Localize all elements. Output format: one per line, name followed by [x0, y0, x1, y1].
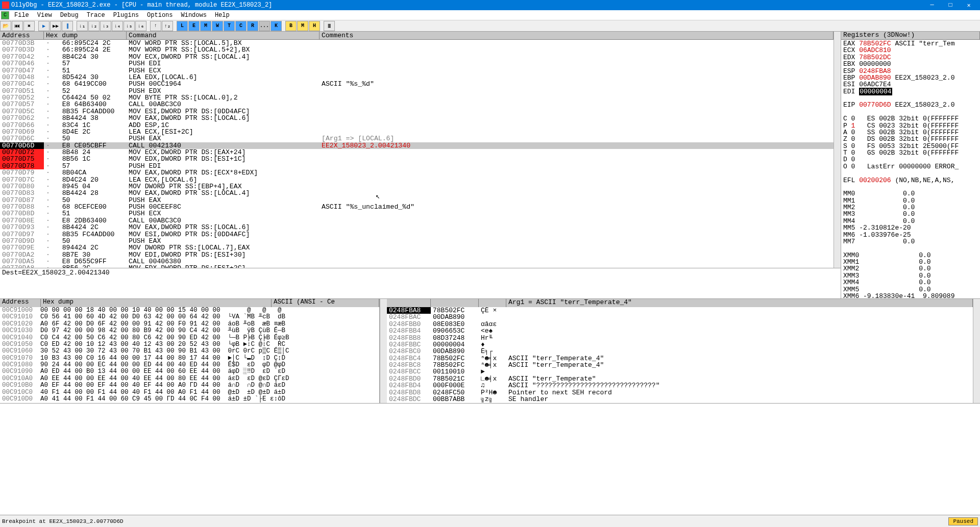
stack-address[interactable]: 0248FBBC — [387, 341, 431, 348]
register-line[interactable]: XMM1 0.0 — [843, 259, 978, 265]
tool-letter-M[interactable]: M — [297, 21, 308, 31]
tool-letter-E[interactable]: E — [188, 21, 200, 31]
register-line[interactable]: EAX 78B502FC ASCII "terr_Tem — [843, 40, 978, 47]
disasm-comment[interactable] — [320, 149, 834, 156]
disasm-address[interactable]: 00770D48 — [0, 74, 44, 81]
menu-view[interactable]: View — [33, 11, 56, 20]
header-address[interactable]: Address — [0, 32, 44, 40]
dump-row[interactable]: 00C910D0 A0 41 44 00 F1 44 00 60 C9 45 0… — [2, 396, 377, 403]
disasm-address[interactable]: 00770D80 — [0, 183, 44, 190]
disasm-comment[interactable] — [320, 252, 834, 258]
disasm-comment[interactable] — [320, 115, 834, 121]
register-line[interactable]: S 0 FS 0053 32bit 2E5000(FF — [843, 143, 978, 149]
disasm-address[interactable]: 00770D6C — [0, 135, 44, 142]
register-line[interactable]: MM3 0.0 — [843, 211, 978, 217]
menu-file[interactable]: File — [10, 11, 33, 20]
dump-row[interactable]: 00C91060 30 52 43 00 30 72 43 00 70 B1 4… — [2, 348, 377, 355]
stack-comment[interactable] — [506, 368, 973, 375]
disasm-command[interactable]: PUSH ECX — [127, 67, 320, 74]
stack-address[interactable]: 0248FBCC — [387, 368, 431, 375]
disasm-command[interactable]: MOV DWORD PTR SS:[EBP+4],EAX — [127, 183, 320, 190]
disasm-hex[interactable]: · E8 CE05CBFF — [44, 142, 127, 149]
disasm-hex[interactable]: · 51 — [44, 210, 127, 217]
disasm-address[interactable]: 00770D8E — [0, 217, 44, 224]
disasm-comment[interactable] — [320, 40, 834, 46]
stack-address[interactable]: 0248FBD8 — [387, 389, 431, 396]
tool-letter-T[interactable]: T — [224, 21, 235, 31]
tool-letter-R[interactable]: R — [247, 21, 258, 31]
disasm-address[interactable]: 00770D51 — [0, 88, 44, 94]
tool-pause-icon[interactable]: ∥ — [62, 21, 73, 31]
header-hex[interactable]: Hex dump — [44, 32, 127, 40]
tool-letter-dotdotdot[interactable]: ... — [259, 21, 270, 31]
disasm-hex[interactable]: · E8 D655C9FF — [44, 258, 127, 265]
stack-value[interactable]: 00BB7ABB — [431, 396, 479, 403]
register-line[interactable]: XMM2 0.0 — [843, 265, 978, 272]
disasm-comment[interactable] — [320, 94, 834, 101]
stack-ascii[interactable]: P²H☻ — [479, 389, 506, 396]
disasm-hex[interactable]: · 83C4 1C — [44, 122, 127, 129]
register-line[interactable]: ESP 0248FBA8 — [843, 68, 978, 74]
disasm-hex[interactable]: · 8B35 FC4ADD00 — [44, 231, 127, 238]
dump-header-hex[interactable]: Hex dump — [41, 299, 272, 307]
disasm-command[interactable]: MOV ECX,DWORD PTR SS:[LOCAL.4] — [127, 54, 320, 60]
disasm-command[interactable]: PUSH EAX — [127, 135, 320, 142]
dump-row[interactable]: 00C91070 10 B3 43 00 C0 16 44 00 00 17 4… — [2, 355, 377, 362]
stack-ascii[interactable] — [479, 314, 506, 320]
disasm-hex[interactable]: · 8D4E 2C — [44, 129, 127, 135]
stack-comment[interactable]: ASCII "terr_Temperate" — [506, 375, 973, 382]
disasm-hex[interactable]: · 8B56 1C — [44, 156, 127, 162]
register-line[interactable]: EBP 00DAB890 EE2X_158023_2.0 — [843, 74, 978, 81]
disasm-command[interactable]: MOV ESI,DWORD PTR DS:[0DD4AFC] — [127, 231, 320, 238]
stack-comment[interactable] — [506, 321, 973, 328]
register-line[interactable]: P 1 CS 0023 32bit 0(FFFFFFF — [843, 122, 978, 129]
stack-value[interactable]: 00DAB890 — [431, 314, 479, 320]
stack-comment[interactable]: ASCII "terr_Temperate_4" — [506, 362, 973, 368]
disasm-address[interactable]: 00770D46 — [0, 60, 44, 67]
register-line[interactable]: MM7 0.0 — [843, 238, 978, 245]
disasm-command[interactable]: CALL 00421340 — [127, 142, 320, 149]
tool-close-icon[interactable]: ✖ — [23, 21, 35, 31]
stack-ascii[interactable]: ♫ — [479, 382, 506, 389]
disasm-hex[interactable]: · 894424 2C — [44, 244, 127, 251]
disasm-command[interactable]: PUSH EDI — [127, 163, 320, 169]
disasm-comment[interactable]: ASCII "%s_unclaimed_%d" — [320, 204, 834, 210]
disasm-address[interactable]: 00770D9D — [0, 238, 44, 244]
stack-ascii[interactable]: αâαε — [479, 321, 506, 328]
tool-u1-icon[interactable]: ↑ — [150, 21, 161, 31]
disasm-command[interactable]: CALL 00ABC3C0 — [127, 101, 320, 108]
header-command[interactable]: Command — [127, 32, 320, 40]
disasm-command[interactable]: PUSH EAX — [127, 238, 320, 244]
disasm-comment[interactable] — [320, 156, 834, 162]
stack-ascii[interactable]: <e♠ — [479, 328, 506, 334]
disasm-address[interactable]: 00770DA5 — [0, 258, 44, 265]
stack-address[interactable]: 0248FBAC — [387, 314, 431, 320]
tool-opts-icon[interactable]: ≣ — [324, 21, 335, 31]
register-line[interactable]: EBX 00000000 — [843, 61, 978, 67]
stack-header-comment[interactable]: Arg1 = ASCII "terr_Temperate_4" — [506, 299, 973, 307]
disasm-address[interactable]: 00770D6D — [0, 142, 44, 149]
stack-comment[interactable] — [506, 307, 973, 314]
register-line[interactable]: XMM3 0.0 — [843, 272, 978, 279]
menu-help[interactable]: Help — [211, 11, 234, 20]
disasm-comment[interactable]: [Arg1 => [LOCAL.6] — [320, 135, 834, 142]
tool-rewind-icon[interactable]: ⏮ — [12, 21, 23, 31]
disasm-address[interactable]: 00770D93 — [0, 224, 44, 231]
disasm-comment[interactable] — [320, 258, 834, 265]
stack-value[interactable]: 08E083E0 — [431, 321, 479, 328]
stack-ascii[interactable]: ► — [479, 368, 506, 375]
tool-cont-icon[interactable]: ▶▶ — [50, 21, 61, 31]
disasm-hex[interactable]: · 50 — [44, 197, 127, 204]
tool-tracein-icon[interactable]: ↓₃ — [100, 21, 111, 31]
disasm-comment[interactable] — [320, 231, 834, 238]
disasm-address[interactable]: 00770D87 — [0, 197, 44, 204]
disasm-command[interactable]: LEA ECX,[ESI+2C] — [127, 129, 320, 135]
disasm-hex[interactable]: · 8B4424 38 — [44, 115, 127, 121]
tool-tillusr-icon[interactable]: ↓₆ — [135, 21, 146, 31]
disasm-command[interactable]: PUSH EDI — [127, 60, 320, 67]
stack-ascii[interactable]: Hr╙ — [479, 335, 506, 341]
disasm-command[interactable]: MOV WORD PTR SS:[LOCAL.5],BX — [127, 40, 320, 46]
tool-letter-C[interactable]: C — [235, 21, 247, 31]
disasm-address[interactable]: 00770D8D — [0, 210, 44, 217]
stack-ascii[interactable]: É╕┌ — [479, 348, 506, 355]
